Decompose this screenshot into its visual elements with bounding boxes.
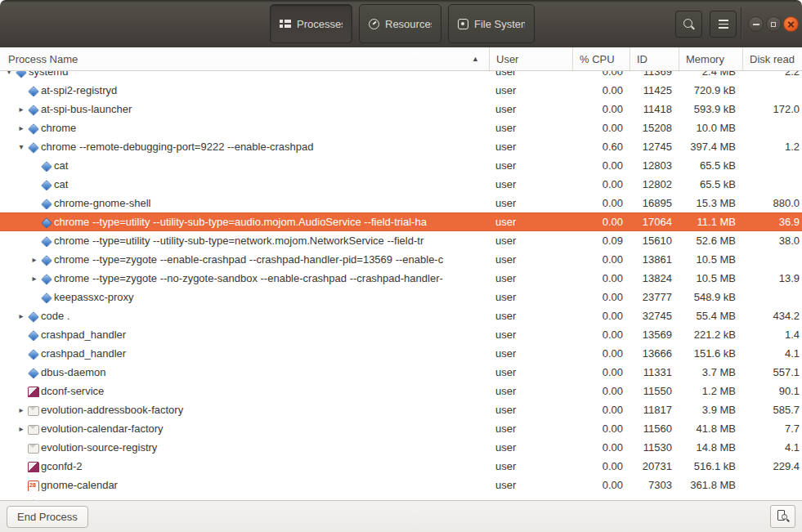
cell-cpu: 0.00 bbox=[572, 103, 630, 115]
table-row[interactable]: crashpad_handleruser0.0013569221.2 kB1.4 bbox=[0, 325, 802, 344]
cell-id: 11560 bbox=[630, 422, 679, 435]
table-row[interactable]: crashpad_handleruser0.0013666151.6 kB4.1 bbox=[0, 344, 802, 363]
cell-memory: 65.5 kB bbox=[679, 159, 742, 172]
cell-memory: 516.1 kB bbox=[679, 460, 742, 472]
cell-user: user bbox=[489, 385, 572, 397]
column-header-user[interactable]: User bbox=[489, 47, 572, 70]
cell-id: 17064 bbox=[630, 216, 679, 228]
expander-collapsed-icon[interactable]: ▸ bbox=[16, 306, 27, 325]
cell-memory: 65.5 kB bbox=[679, 178, 742, 190]
process-name: chrome --type=zygote --enable-crashpad -… bbox=[54, 253, 443, 266]
mail-icon bbox=[27, 423, 38, 435]
table-row[interactable]: gnome-calendaruser0.007303361.8 MB bbox=[0, 476, 802, 494]
table-row[interactable]: ▾chrome --remote-debugging-port=9222 --e… bbox=[0, 137, 802, 156]
table-row[interactable]: evolution-source-registryuser0.001153014… bbox=[0, 438, 802, 457]
maximize-button[interactable] bbox=[766, 16, 782, 32]
cell-id: 15610 bbox=[630, 235, 679, 247]
cell-disk-read: 38.0 bbox=[742, 235, 802, 247]
table-row[interactable] bbox=[0, 494, 802, 500]
processes-icon bbox=[280, 20, 291, 28]
cell-cpu: 0.00 bbox=[572, 159, 630, 172]
cell-memory: 52.6 MB bbox=[679, 235, 742, 247]
table-row[interactable]: ▸chrome --type=zygote --no-zygote-sandbo… bbox=[0, 269, 802, 288]
application-icon bbox=[27, 498, 38, 501]
column-header-cpu[interactable]: % CPU bbox=[572, 47, 630, 70]
dconf-icon bbox=[27, 386, 38, 397]
expander-collapsed-icon[interactable]: ▸ bbox=[16, 118, 27, 137]
cell-id: 13861 bbox=[630, 253, 679, 266]
table-row[interactable]: ▸chrome --type=zygote --enable-crashpad … bbox=[0, 250, 802, 269]
column-header-disk-read[interactable]: Disk read bbox=[742, 47, 802, 70]
cell-cpu: 0.00 bbox=[572, 122, 630, 134]
process-name: systemd bbox=[29, 71, 68, 78]
table-row[interactable]: ▸at-spi-bus-launcheruser0.0011418593.9 k… bbox=[0, 100, 802, 118]
process-table-body: ▾systemduser0.00113692.4 MB2.2at-spi2-re… bbox=[0, 71, 802, 500]
column-header-memory[interactable]: Memory bbox=[679, 47, 742, 70]
cell-user: user bbox=[489, 291, 572, 303]
expander-collapsed-icon[interactable]: ▸ bbox=[29, 269, 40, 288]
table-row[interactable]: dbus-daemonuser0.00113313.7 MB557.1 bbox=[0, 363, 802, 382]
cell-cpu: 0.00 bbox=[572, 272, 630, 284]
expander-collapsed-icon[interactable]: ▸ bbox=[16, 419, 27, 438]
end-process-button[interactable]: End Process bbox=[7, 506, 88, 528]
expander-expanded-icon[interactable]: ▾ bbox=[16, 137, 27, 156]
table-row[interactable]: dconf-serviceuser0.00115501.2 MB90.1 bbox=[0, 382, 802, 400]
expander-collapsed-icon[interactable]: ▸ bbox=[29, 250, 40, 269]
cell-user: user bbox=[489, 347, 572, 360]
table-row[interactable]: ▾systemduser0.00113692.4 MB2.2 bbox=[0, 71, 802, 81]
cell-cpu: 0.09 bbox=[572, 235, 630, 247]
cell-user: user bbox=[489, 310, 572, 322]
cell-process-name: ▸code . bbox=[0, 306, 489, 325]
cell-process-name: ▸evolution-addressbook-factory bbox=[0, 400, 489, 419]
column-header-process-name[interactable]: Process Name ▲ bbox=[0, 47, 489, 70]
cell-process-name: ▸evolution-calendar-factory bbox=[0, 419, 489, 438]
table-row[interactable]: ▸chromeuser0.001520810.0 MB bbox=[0, 118, 802, 137]
search-button[interactable] bbox=[675, 11, 702, 38]
table-row[interactable]: chrome --type=utility --utility-sub-type… bbox=[0, 212, 802, 231]
process-name: chrome-gnome-shell bbox=[54, 197, 151, 209]
application-icon bbox=[15, 71, 26, 78]
table-row[interactable]: keepassxc-proxyuser0.0023777548.9 kB bbox=[0, 288, 802, 306]
cell-cpu: 0.00 bbox=[572, 347, 630, 360]
table-row[interactable]: chrome --type=utility --utility-sub-type… bbox=[0, 231, 802, 250]
cell-id: 13666 bbox=[630, 347, 679, 360]
table-row[interactable]: catuser0.001280365.5 kB bbox=[0, 156, 802, 175]
menu-icon bbox=[719, 20, 728, 29]
process-properties-button[interactable] bbox=[770, 505, 795, 528]
minimize-button[interactable] bbox=[748, 16, 764, 32]
cell-id: 11550 bbox=[630, 385, 679, 397]
table-row[interactable]: chrome-gnome-shelluser0.001689515.3 MB88… bbox=[0, 194, 802, 212]
cell-user: user bbox=[489, 366, 572, 378]
table-row[interactable]: at-spi2-registryduser0.0011425720.9 kB bbox=[0, 81, 802, 100]
tab-file-systems[interactable]: File Systems bbox=[448, 4, 535, 43]
cell-memory: 593.9 kB bbox=[679, 103, 742, 115]
cell-disk-read: 229.4 bbox=[742, 460, 802, 472]
cell-memory: 3.9 MB bbox=[679, 404, 742, 416]
tab-label: Resources bbox=[385, 18, 432, 30]
process-name: cat bbox=[54, 159, 68, 172]
cell-id: 11530 bbox=[630, 441, 679, 454]
cell-process-name: ▸chrome bbox=[0, 118, 489, 137]
table-row[interactable]: gconfd-2user0.0020731516.1 kB229.4 bbox=[0, 457, 802, 476]
cell-process-name: crashpad_handler bbox=[0, 347, 489, 360]
search-icon bbox=[683, 18, 695, 30]
table-row[interactable]: catuser0.001280265.5 kB bbox=[0, 175, 802, 194]
tab-resources[interactable]: Resources bbox=[359, 4, 441, 43]
cell-id: 20731 bbox=[630, 460, 679, 472]
menu-button[interactable] bbox=[710, 11, 737, 38]
cell-user: user bbox=[489, 141, 572, 153]
table-row[interactable]: ▸evolution-addressbook-factoryuser0.0011… bbox=[0, 400, 802, 419]
close-button[interactable] bbox=[783, 16, 799, 32]
cell-cpu: 0.00 bbox=[572, 291, 630, 303]
column-header-id[interactable]: ID bbox=[630, 47, 679, 70]
table-row[interactable]: ▸code .user0.003274555.4 MB434.2 bbox=[0, 306, 802, 325]
table-row[interactable]: ▸evolution-calendar-factoryuser0.0011560… bbox=[0, 419, 802, 438]
expander-collapsed-icon[interactable]: ▸ bbox=[16, 400, 27, 419]
cell-id: 13824 bbox=[630, 272, 679, 284]
expander-expanded-icon[interactable]: ▾ bbox=[3, 71, 15, 81]
tab-processes[interactable]: Processes bbox=[270, 4, 352, 43]
process-name: crashpad_handler bbox=[41, 329, 126, 341]
cell-id: 11331 bbox=[630, 366, 679, 378]
system-monitor-window: Processes Resources File Systems bbox=[0, 0, 802, 532]
expander-collapsed-icon[interactable]: ▸ bbox=[16, 100, 27, 118]
